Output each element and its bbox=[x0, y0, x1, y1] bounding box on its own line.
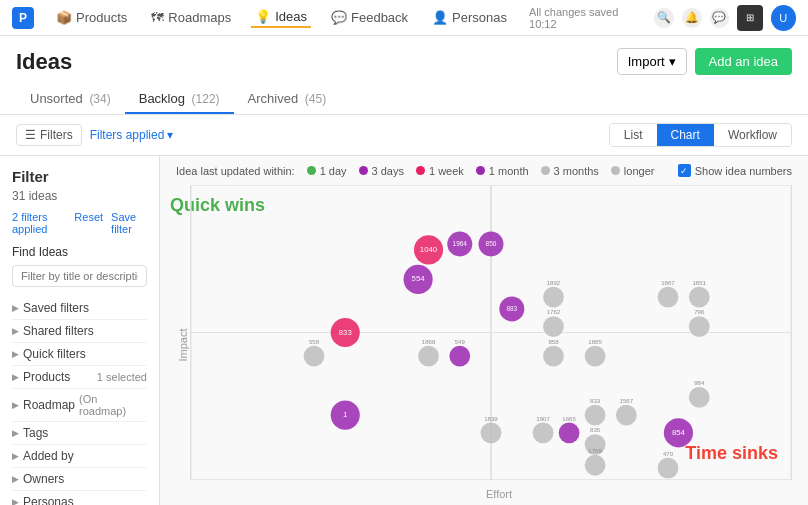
nav-ideas-label: Ideas bbox=[275, 9, 307, 24]
user-avatar[interactable]: U bbox=[771, 5, 796, 31]
bubble-1665[interactable] bbox=[559, 422, 580, 443]
nav-personas[interactable]: 👤 Personas bbox=[428, 8, 511, 27]
backlog-count: (122) bbox=[192, 92, 220, 106]
bubble-label-1885: 1885 bbox=[588, 339, 602, 345]
legend-label-1week: 1 week bbox=[429, 165, 464, 177]
bubble-1885[interactable] bbox=[585, 346, 606, 367]
import-button[interactable]: Import ▾ bbox=[617, 48, 687, 75]
bubble-1[interactable] bbox=[331, 401, 360, 430]
search-icon[interactable]: 🔍 bbox=[654, 8, 674, 28]
bubble-label-1867: 1867 bbox=[661, 280, 675, 286]
grid-icon[interactable]: ⊞ bbox=[737, 5, 762, 31]
bubble-833[interactable] bbox=[331, 318, 360, 347]
archived-count: (45) bbox=[305, 92, 326, 106]
arrow-icon: ▶ bbox=[12, 303, 19, 313]
view-tab-workflow[interactable]: Workflow bbox=[714, 124, 791, 146]
sidebar-section-saved-filters[interactable]: ▶ Saved filters bbox=[12, 297, 147, 320]
search-input[interactable] bbox=[12, 265, 147, 287]
chart-wrapper: Impact Quick wins Time sinks 10401964850… bbox=[160, 185, 808, 504]
unsorted-label: Unsorted bbox=[30, 91, 83, 106]
arrow-icon: ▶ bbox=[12, 428, 19, 438]
bubble-796[interactable] bbox=[689, 316, 710, 337]
chat-icon[interactable]: 💬 bbox=[710, 8, 730, 28]
tab-backlog[interactable]: Backlog (122) bbox=[125, 85, 234, 114]
filters-applied-button[interactable]: Filters applied ▾ bbox=[90, 128, 174, 142]
sidebar-section-personas[interactable]: ▶ Personas bbox=[12, 491, 147, 505]
bubble-558[interactable] bbox=[304, 346, 325, 367]
sidebar-section-added-by[interactable]: ▶ Added by bbox=[12, 445, 147, 468]
legend-1week: 1 week bbox=[416, 165, 464, 177]
arrow-icon: ▶ bbox=[12, 474, 19, 484]
bubble-883[interactable] bbox=[499, 296, 524, 321]
sidebar-section-shared-filters[interactable]: ▶ Shared filters bbox=[12, 320, 147, 343]
bubble-1040[interactable] bbox=[414, 235, 443, 264]
nav-roadmaps[interactable]: 🗺 Roadmaps bbox=[147, 8, 235, 27]
filter-group: ☰ Filters Filters applied ▾ bbox=[16, 124, 173, 146]
bubble-label-1892: 1892 bbox=[547, 280, 561, 286]
show-numbers[interactable]: ✓ Show idea numbers bbox=[678, 164, 792, 177]
nav-personas-label: Personas bbox=[452, 10, 507, 25]
arrow-icon: ▶ bbox=[12, 497, 19, 505]
unsorted-count: (34) bbox=[89, 92, 110, 106]
roadmaps-icon: 🗺 bbox=[151, 10, 164, 25]
bell-icon[interactable]: 🔔 bbox=[682, 8, 702, 28]
bubble-1759[interactable] bbox=[585, 455, 606, 476]
bubble-label-558: 558 bbox=[309, 339, 320, 345]
sidebar-section-products[interactable]: ▶ Products 1 selected bbox=[12, 366, 147, 389]
shared-filters-label: Shared filters bbox=[23, 324, 94, 338]
tab-archived[interactable]: Archived (45) bbox=[234, 85, 341, 114]
show-numbers-label: Show idea numbers bbox=[695, 165, 792, 177]
sidebar-filter-title: Filter bbox=[12, 168, 147, 185]
nav-ideas[interactable]: 💡 Ideas bbox=[251, 7, 311, 28]
bubble-833b[interactable] bbox=[585, 405, 606, 426]
bubble-854[interactable] bbox=[664, 418, 693, 447]
filters-applied-label: Filters applied bbox=[90, 128, 165, 142]
bubble-label-1851: 1851 bbox=[692, 280, 706, 286]
nav-right: All changes saved 10:12 🔍 🔔 💬 ⊞ U bbox=[529, 5, 796, 31]
bubble-1762[interactable] bbox=[543, 316, 564, 337]
legend-1day: 1 day bbox=[307, 165, 347, 177]
bubble-1964[interactable] bbox=[447, 232, 472, 257]
legend-label-1month: 1 month bbox=[489, 165, 529, 177]
bubble-984[interactable] bbox=[689, 387, 710, 408]
bubble-1851[interactable] bbox=[689, 287, 710, 308]
bubble-470[interactable] bbox=[658, 458, 679, 479]
nav-products[interactable]: 📦 Products bbox=[52, 8, 131, 27]
arrow-icon: ▶ bbox=[12, 349, 19, 359]
view-tab-chart[interactable]: Chart bbox=[657, 124, 714, 146]
add-idea-button[interactable]: Add an idea bbox=[695, 48, 792, 75]
page-title-row: Ideas Import ▾ Add an idea bbox=[16, 48, 792, 75]
bubbles-svg[interactable]: 1040196485055488383355818685491892176285… bbox=[190, 185, 792, 480]
sidebar-section-tags[interactable]: ▶ Tags bbox=[12, 422, 147, 445]
arrow-icon: ▶ bbox=[12, 400, 19, 410]
sidebar-section-roadmap[interactable]: ▶ Roadmap (On roadmap) bbox=[12, 389, 147, 422]
bubble-850[interactable] bbox=[479, 232, 504, 257]
filter-button[interactable]: ☰ Filters bbox=[16, 124, 82, 146]
sidebar: Filter 31 ideas 2 filters applied Reset … bbox=[0, 156, 160, 505]
bubble-1907[interactable] bbox=[533, 422, 554, 443]
app-logo[interactable]: P bbox=[12, 7, 34, 29]
bubble-1567[interactable] bbox=[616, 405, 637, 426]
view-tab-list[interactable]: List bbox=[610, 124, 657, 146]
nav-feedback[interactable]: 💬 Feedback bbox=[327, 8, 412, 27]
chart-area: Idea last updated within: 1 day 3 days 1… bbox=[160, 156, 808, 505]
filter-dropdown-icon: ▾ bbox=[167, 128, 173, 142]
find-ideas-label: Find Ideas bbox=[12, 245, 147, 259]
bubble-1839[interactable] bbox=[481, 422, 502, 443]
bubble-1868[interactable] bbox=[418, 346, 439, 367]
legend-row: Idea last updated within: 1 day 3 days 1… bbox=[160, 156, 808, 185]
bubble-858[interactable] bbox=[543, 346, 564, 367]
bubble-554[interactable] bbox=[404, 265, 433, 294]
sidebar-section-quick-filters[interactable]: ▶ Quick filters bbox=[12, 343, 147, 366]
reset-link[interactable]: Reset bbox=[74, 211, 103, 235]
bubble-1867[interactable] bbox=[658, 287, 679, 308]
legend-3months: 3 months bbox=[541, 165, 599, 177]
arrow-icon: ▶ bbox=[12, 451, 19, 461]
bubble-549[interactable] bbox=[449, 346, 470, 367]
show-numbers-checkbox[interactable]: ✓ bbox=[678, 164, 691, 177]
bubble-1892[interactable] bbox=[543, 287, 564, 308]
tab-unsorted[interactable]: Unsorted (34) bbox=[16, 85, 125, 114]
save-filter-link[interactable]: Save filter bbox=[111, 211, 147, 235]
bubble-835[interactable] bbox=[585, 434, 606, 455]
sidebar-section-owners[interactable]: ▶ Owners bbox=[12, 468, 147, 491]
